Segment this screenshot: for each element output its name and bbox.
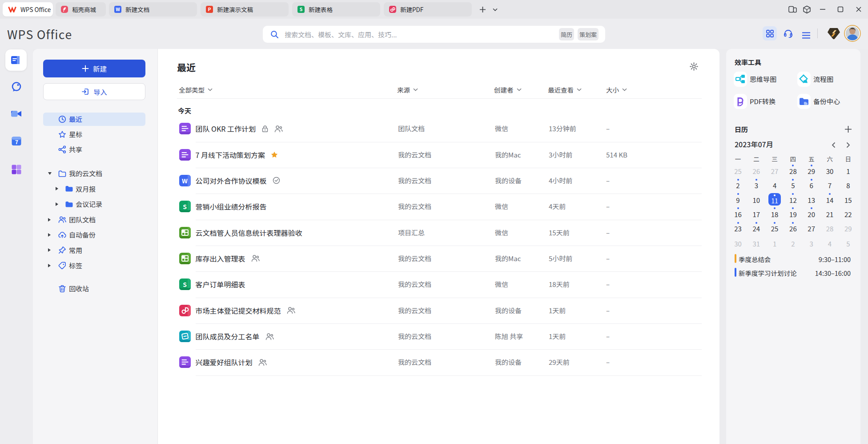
- svg-text:W: W: [182, 176, 188, 185]
- svg-text:7: 7: [15, 137, 18, 146]
- svg-text:S: S: [183, 202, 187, 211]
- svg-text:S: S: [183, 280, 187, 289]
- svg-text:S: S: [300, 6, 303, 12]
- svg-text:W: W: [116, 6, 120, 12]
- svg-text:P: P: [208, 6, 211, 12]
